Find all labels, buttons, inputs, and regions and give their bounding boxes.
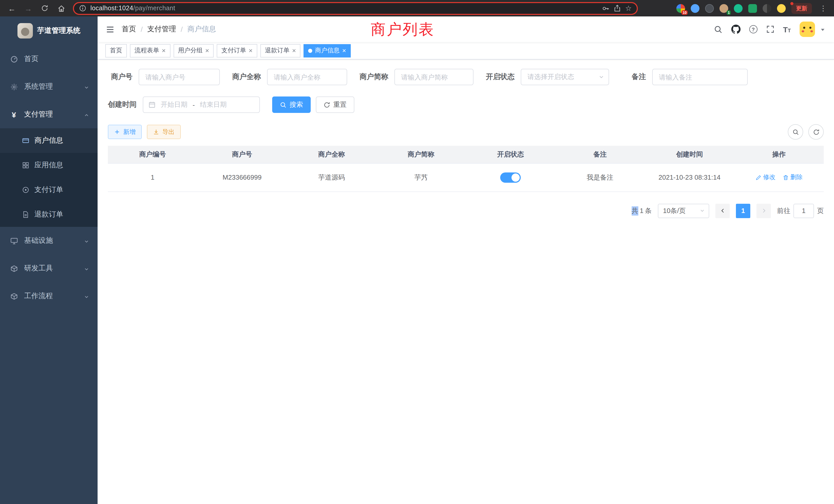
share-icon[interactable]: [614, 5, 621, 12]
chevron-down-icon: [84, 264, 89, 273]
browser-update-button[interactable]: 更新: [791, 3, 812, 14]
breadcrumb-item[interactable]: 首页: [122, 25, 136, 34]
sidebar-item-payment[interactable]: ¥ 支付管理: [0, 100, 97, 128]
tab-process-form[interactable]: 流程表单×: [130, 44, 170, 57]
next-page-button[interactable]: [756, 204, 771, 218]
user-dropdown-caret-icon[interactable]: [820, 25, 826, 34]
search-icon[interactable]: [714, 25, 722, 33]
create-time-range-picker[interactable]: 开始日期 - 结束日期: [143, 96, 260, 113]
merchant-table: 商户编号 商户号 商户全称 商户简称 开启状态 备注 创建时间 操作 1: [108, 146, 824, 192]
extension-icon[interactable]: [763, 4, 771, 13]
search-button[interactable]: 搜索: [272, 96, 311, 113]
browser-reload-button[interactable]: [37, 2, 52, 15]
browser-menu-button[interactable]: ⋮: [817, 4, 829, 12]
prev-page-button[interactable]: [716, 204, 730, 218]
sidebar-item-refund-order[interactable]: 退款订单: [0, 202, 97, 227]
toggle-search-button[interactable]: [788, 124, 803, 140]
status-select[interactable]: 请选择开启状态: [521, 69, 609, 85]
close-icon[interactable]: ×: [162, 47, 166, 54]
refresh-icon: [324, 101, 330, 108]
close-icon[interactable]: ×: [292, 47, 296, 54]
yen-icon: ¥: [10, 110, 18, 119]
export-button[interactable]: 导出: [147, 125, 181, 139]
status-toggle[interactable]: [500, 172, 521, 182]
breadcrumb-item[interactable]: 支付管理: [147, 25, 176, 34]
edit-button[interactable]: 修改: [755, 173, 775, 182]
tab-label: 首页: [110, 46, 122, 55]
download-icon: [153, 129, 159, 135]
help-icon[interactable]: ?: [749, 25, 757, 33]
filter-merchant-short-name: 商户简称: [359, 69, 474, 85]
page-size-select[interactable]: 10条/页: [658, 204, 709, 218]
cell-actions: 修改 删除: [734, 163, 824, 191]
password-key-icon[interactable]: [602, 4, 610, 12]
sidebar-item-infrastructure[interactable]: 基础设施: [0, 227, 97, 255]
logo-avatar: [17, 23, 32, 39]
add-button[interactable]: 新增: [108, 125, 142, 139]
extension-icon[interactable]: 10: [676, 4, 685, 13]
extension-badge: 10: [681, 10, 688, 15]
browser-forward-button[interactable]: →: [21, 2, 36, 15]
merchant-full-name-input[interactable]: [267, 69, 347, 85]
document-icon: [22, 211, 29, 218]
filter-status: 开启状态 请选择开启状态: [486, 69, 609, 85]
bookmark-star-icon[interactable]: ☆: [625, 4, 632, 12]
site-info-icon[interactable]: [79, 5, 86, 12]
sidebar-item-workflow[interactable]: 工作流程: [0, 282, 97, 310]
sidebar-item-merchant-info[interactable]: 商户信息: [0, 128, 97, 153]
goto-page-input[interactable]: [793, 204, 814, 218]
merchant-short-name-input[interactable]: [394, 69, 474, 85]
filter-remark: 备注: [621, 69, 748, 85]
refresh-table-button[interactable]: [808, 124, 824, 140]
page-content: 商户号 商户全称 商户简称 开启状态 请选择开启状态: [97, 60, 834, 504]
app-logo[interactable]: 芋道管理系统: [0, 17, 97, 45]
close-icon[interactable]: ×: [248, 47, 253, 54]
total-count: 1: [640, 207, 643, 214]
extension-icon[interactable]: [734, 4, 743, 13]
extension-icon[interactable]: 1: [720, 4, 728, 13]
delete-button[interactable]: 删除: [783, 173, 803, 182]
menu-label: 研发工具: [24, 264, 53, 273]
sidebar-toggle-button[interactable]: [106, 25, 114, 33]
sidebar-item-payment-order[interactable]: 支付订单: [0, 178, 97, 202]
pagination-total: 共 1 条: [632, 206, 652, 215]
user-avatar[interactable]: [799, 22, 815, 37]
merchant-no-input[interactable]: [139, 69, 220, 85]
browser-home-button[interactable]: [53, 2, 69, 15]
page-number-button[interactable]: 1: [736, 204, 750, 218]
extension-icon[interactable]: [705, 4, 714, 13]
github-icon[interactable]: [731, 25, 740, 34]
column-header: 备注: [555, 146, 645, 163]
browser-back-button[interactable]: ←: [4, 2, 20, 15]
fullscreen-icon[interactable]: [766, 25, 774, 33]
address-bar[interactable]: localhost:1024/pay/merchant ☆: [73, 2, 638, 15]
extension-badge: 1: [727, 10, 731, 15]
forward-icon: →: [24, 4, 32, 13]
remark-input[interactable]: [652, 69, 748, 85]
filter-create-time: 创建时间 开始日期 - 结束日期: [108, 96, 260, 113]
sidebar-item-dev-tools[interactable]: 研发工具: [0, 255, 97, 282]
chevron-left-icon: [720, 208, 725, 213]
filter-label: 备注: [621, 72, 652, 82]
tab-user-group[interactable]: 用户分组×: [173, 44, 214, 57]
chevron-down-icon: [84, 292, 89, 300]
extension-icon[interactable]: [691, 4, 699, 13]
tab-payment-order[interactable]: 支付订单×: [217, 44, 257, 57]
close-icon[interactable]: ×: [205, 47, 209, 54]
profile-avatar-icon[interactable]: [777, 4, 786, 13]
tags-view: 首页 流程表单× 用户分组× 支付订单× 退款订单× 商户信息×: [97, 42, 834, 60]
extension-icon[interactable]: [748, 4, 757, 13]
breadcrumb-separator: /: [181, 25, 183, 33]
reset-button[interactable]: 重置: [316, 96, 354, 113]
font-size-icon[interactable]: TT: [783, 25, 791, 33]
tab-home[interactable]: 首页: [105, 44, 127, 57]
tab-refund-order[interactable]: 退款订单×: [260, 44, 301, 57]
tab-merchant-info[interactable]: 商户信息×: [304, 44, 351, 57]
sidebar-item-home[interactable]: 首页: [0, 45, 97, 73]
sidebar-item-system[interactable]: 系统管理: [0, 73, 97, 100]
sidebar-item-app-info[interactable]: 应用信息: [0, 153, 97, 178]
hamburger-icon: [106, 25, 114, 33]
date-start-placeholder: 开始日期: [161, 100, 188, 109]
url-text: localhost:1024/pay/merchant: [90, 5, 598, 12]
close-icon[interactable]: ×: [342, 47, 346, 54]
